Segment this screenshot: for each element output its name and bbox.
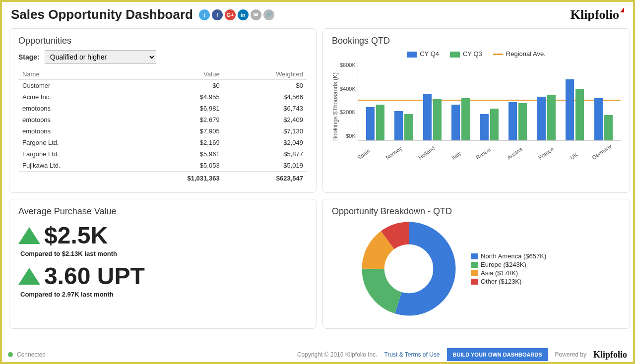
breakdown-title: Opportunity Breakdown - QTD [332, 206, 621, 217]
brand-logo: Klipfolio [571, 7, 624, 22]
linkedin-icon[interactable]: in [238, 9, 249, 20]
table-row[interactable]: Fargone Ltd.$5,961$5,877 [18, 148, 307, 160]
table-row[interactable]: Acme Inc.$4,955$4,566 [18, 91, 307, 103]
opportunities-title: Opportunities [18, 36, 307, 46]
facebook-icon[interactable]: f [212, 9, 223, 20]
apv-value-2: 3.60 UPT [44, 262, 145, 290]
page-title: Sales Opportunity Dashboard [11, 7, 193, 22]
table-row[interactable]: Fujikawa Ltd.$5,053$5,019 [18, 160, 307, 172]
bookings-title: Bookings QTD [332, 36, 621, 46]
powered-by: Powered by [555, 351, 586, 358]
copyright: Copyright © 2016 Klipfolio Inc. [297, 351, 378, 358]
breakdown-card: Opportunity Breakdown - QTD North Americ… [322, 199, 630, 329]
stage-select[interactable]: Qualified or higher [45, 50, 156, 64]
googleplus-icon[interactable]: G+ [225, 9, 236, 20]
bookings-chart: Bookings $Thousands (K) $600K$400K$200K$… [332, 60, 621, 154]
breakdown-legend: North America ($657K)Europe ($243K)Asia … [471, 251, 546, 286]
bookings-ylabel: Bookings $Thousands (K) [332, 60, 339, 154]
apv-card: Average Purchase Value $2.5K Compared to… [9, 199, 317, 329]
social-share: t f G+ in ✉ 🔗 [199, 9, 274, 20]
apv-value-1: $2.5K [44, 222, 108, 249]
stage-label: Stage: [18, 53, 40, 61]
total-weighted: $623,547 [224, 172, 307, 184]
twitter-icon[interactable]: t [199, 9, 210, 20]
opportunities-card: Opportunities Stage: Qualified or higher… [9, 28, 317, 193]
table-row[interactable]: Customer$0$0 [18, 80, 307, 92]
stage-filter: Stage: Qualified or higher [18, 50, 307, 64]
brand-logo-small: Klipfolio [593, 350, 627, 360]
breakdown-donut [362, 222, 456, 316]
build-button[interactable]: BUILD YOUR OWN DASHBOARDS [447, 348, 548, 361]
trust-link[interactable]: Trust & Terms of Use [384, 351, 440, 358]
apv-title: Average Purchase Value [18, 206, 307, 217]
total-value: $1,031,363 [128, 172, 224, 184]
table-row[interactable]: Fargone Ltd.$2,169$2,049 [18, 137, 307, 148]
apv-sub-1: Compared to $2.13K last month [20, 250, 307, 257]
apv-sub-2: Compared to 2.97K last month [20, 291, 307, 298]
footer: Connected Copyright © 2016 Klipfolio Inc… [3, 348, 632, 361]
connected-icon [8, 352, 13, 357]
table-row[interactable]: emotoons$7,905$7,130 [18, 125, 307, 137]
bookings-card: Bookings QTD CY Q4 CY Q3 Regional Ave. B… [322, 28, 630, 193]
header: Sales Opportunity Dashboard t f G+ in ✉ … [2, 2, 633, 24]
link-icon[interactable]: 🔗 [263, 9, 274, 20]
bookings-legend: CY Q4 CY Q3 Regional Ave. [332, 50, 621, 58]
up-arrow-icon [18, 268, 40, 285]
col-weighted: Weighted [224, 69, 307, 80]
table-row[interactable]: emotoons$6,981$6,743 [18, 103, 307, 114]
opportunities-table: Name Value Weighted Customer$0$0Acme Inc… [18, 69, 307, 183]
col-name: Name [18, 69, 128, 80]
up-arrow-icon [18, 227, 40, 244]
col-value: Value [128, 69, 224, 80]
connected-label: Connected [17, 351, 46, 358]
email-icon[interactable]: ✉ [251, 9, 261, 20]
table-row[interactable]: emotoons$2,679$2,409 [18, 114, 307, 125]
